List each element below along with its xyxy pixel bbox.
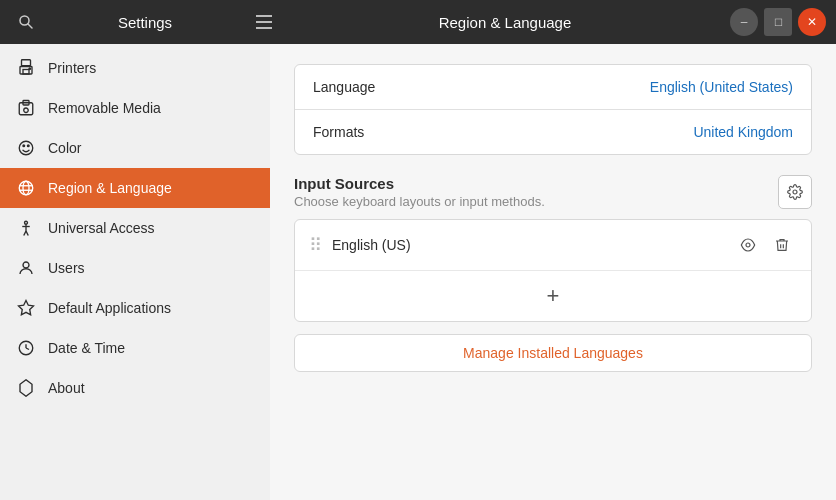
sidebar-item-printers[interactable]: Printers bbox=[0, 48, 270, 88]
formats-row[interactable]: Formats United Kingdom bbox=[295, 109, 811, 154]
add-icon: + bbox=[547, 283, 560, 309]
sidebar-item-color[interactable]: Color bbox=[0, 128, 270, 168]
svg-point-24 bbox=[23, 262, 29, 268]
formats-label: Formats bbox=[313, 124, 364, 140]
sidebar-item-default-applications[interactable]: Default Applications bbox=[0, 288, 270, 328]
input-source-name: English (US) bbox=[332, 237, 733, 253]
printers-label: Printers bbox=[48, 60, 96, 76]
svg-rect-5 bbox=[22, 60, 31, 66]
hamburger-menu-button[interactable] bbox=[248, 6, 280, 38]
minimize-button[interactable]: – bbox=[730, 8, 758, 36]
default-applications-icon bbox=[16, 298, 36, 318]
about-icon bbox=[16, 378, 36, 398]
color-label: Color bbox=[48, 140, 81, 156]
users-icon bbox=[16, 258, 36, 278]
language-formats-card: Language English (United States) Formats… bbox=[294, 64, 812, 155]
content-area: Language English (United States) Formats… bbox=[270, 44, 836, 500]
input-sources-subtitle: Choose keyboard layouts or input methods… bbox=[294, 194, 545, 209]
removable-media-icon bbox=[16, 98, 36, 118]
window-title: Region & Language bbox=[280, 14, 730, 31]
removable-media-label: Removable Media bbox=[48, 100, 161, 116]
about-label: About bbox=[48, 380, 85, 396]
maximize-button[interactable]: ☐ bbox=[764, 8, 792, 36]
svg-point-15 bbox=[19, 181, 33, 195]
add-input-source-row[interactable]: + bbox=[295, 271, 811, 321]
drag-handle-icon[interactable]: ⠿ bbox=[309, 234, 322, 256]
input-source-item-english-us: ⠿ English (US) bbox=[295, 220, 811, 271]
svg-point-13 bbox=[22, 144, 25, 147]
language-label: Language bbox=[313, 79, 375, 95]
sidebar-item-about[interactable]: About bbox=[0, 368, 270, 408]
sidebar-item-removable-media[interactable]: Removable Media bbox=[0, 88, 270, 128]
sidebar: Printers Removable Media bbox=[0, 44, 270, 500]
region-language-label: Region & Language bbox=[48, 180, 172, 196]
printers-icon bbox=[16, 58, 36, 78]
svg-line-1 bbox=[28, 24, 32, 28]
remove-input-source-button[interactable] bbox=[767, 230, 797, 260]
input-sources-settings-button[interactable] bbox=[778, 175, 812, 209]
svg-point-31 bbox=[746, 243, 750, 247]
window-controls: – ☐ ✕ bbox=[730, 8, 826, 36]
close-button[interactable]: ✕ bbox=[798, 8, 826, 36]
universal-access-icon bbox=[16, 218, 36, 238]
date-time-label: Date & Time bbox=[48, 340, 125, 356]
search-button[interactable] bbox=[10, 6, 42, 38]
svg-rect-7 bbox=[23, 70, 29, 75]
svg-point-12 bbox=[19, 141, 33, 155]
input-sources-title: Input Sources bbox=[294, 175, 545, 192]
input-source-list: ⠿ English (US) bbox=[294, 219, 812, 322]
svg-point-8 bbox=[29, 68, 31, 70]
input-sources-header: Input Sources Choose keyboard layouts or… bbox=[294, 175, 812, 209]
color-icon bbox=[16, 138, 36, 158]
svg-point-30 bbox=[793, 190, 797, 194]
language-row[interactable]: Language English (United States) bbox=[295, 65, 811, 109]
svg-point-11 bbox=[24, 108, 29, 113]
sidebar-item-universal-access[interactable]: Universal Access bbox=[0, 208, 270, 248]
svg-marker-25 bbox=[19, 301, 34, 315]
svg-point-19 bbox=[25, 221, 28, 224]
main-area: Printers Removable Media bbox=[0, 44, 836, 500]
universal-access-label: Universal Access bbox=[48, 220, 155, 236]
input-sources-heading-block: Input Sources Choose keyboard layouts or… bbox=[294, 175, 545, 209]
manage-installed-languages-button[interactable]: Manage Installed Languages bbox=[294, 334, 812, 372]
input-source-actions bbox=[733, 230, 797, 260]
title-bar: Settings Region & Language – ☐ ✕ bbox=[0, 0, 836, 44]
svg-line-23 bbox=[26, 231, 28, 236]
svg-point-16 bbox=[23, 181, 29, 195]
svg-point-14 bbox=[27, 144, 30, 147]
svg-line-28 bbox=[26, 348, 29, 350]
date-time-icon bbox=[16, 338, 36, 358]
title-bar-left: Settings bbox=[10, 6, 280, 38]
default-applications-label: Default Applications bbox=[48, 300, 171, 316]
users-label: Users bbox=[48, 260, 85, 276]
region-language-icon bbox=[16, 178, 36, 198]
preview-input-source-button[interactable] bbox=[733, 230, 763, 260]
sidebar-item-date-time[interactable]: Date & Time bbox=[0, 328, 270, 368]
language-value: English (United States) bbox=[650, 79, 793, 95]
svg-marker-29 bbox=[20, 380, 32, 397]
sidebar-item-users[interactable]: Users bbox=[0, 248, 270, 288]
sidebar-item-region-language[interactable]: Region & Language bbox=[0, 168, 270, 208]
formats-value: United Kingdom bbox=[693, 124, 793, 140]
settings-app-title: Settings bbox=[50, 14, 240, 31]
